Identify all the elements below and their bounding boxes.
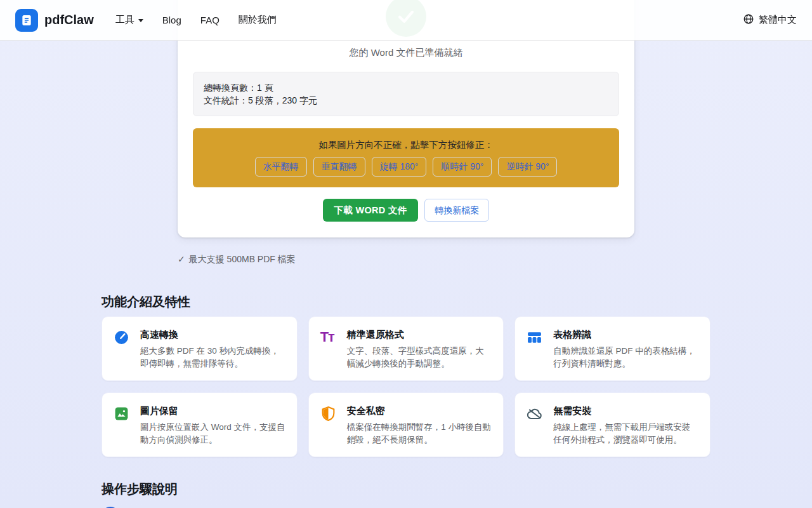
stats-pages-line: 總轉換頁數：1 頁 <box>204 81 608 94</box>
rotate-180-button[interactable]: 旋轉 180° <box>372 157 427 177</box>
feature-card-image-preserve: 圖片保留 圖片按原位置嵌入 Word 文件，支援自動方向偵測與修正。 <box>102 392 298 457</box>
feature-card-no-install: 無需安裝 純線上處理，無需下載用戶端或安裝任何外掛程式，瀏覽器即可使用。 <box>514 392 710 457</box>
main-nav: 工具 Blog FAQ 關於我們 <box>115 14 277 26</box>
orientation-notice-text: 如果圖片方向不正確，點擊下方按鈕修正： <box>203 138 609 151</box>
speedometer-icon <box>114 328 130 370</box>
features-grid: 高速轉換 絕大多數 PDF 在 30 秒內完成轉換，即傳即轉，無需排隊等待。 T… <box>102 316 710 457</box>
top-navbar: pdfClaw 工具 Blog FAQ 關於我們 繁體中文 <box>0 0 812 41</box>
chevron-down-icon <box>138 19 143 22</box>
check-icon: ✓ <box>178 253 185 265</box>
language-selector[interactable]: 繁體中文 <box>743 13 797 27</box>
brand-logo[interactable]: pdfClaw <box>15 9 94 32</box>
image-icon <box>114 404 130 446</box>
cloud-off-icon <box>527 404 543 446</box>
orientation-fix-banner: 如果圖片方向不正確，點擊下方按鈕修正： 水平翻轉 垂直翻轉 旋轉 180° 順時… <box>193 128 619 187</box>
result-actions-row: 下載 WORD 文件 轉換新檔案 <box>193 199 619 222</box>
shield-icon <box>320 404 337 446</box>
orientation-buttons-row: 水平翻轉 垂直翻轉 旋轉 180° 順時針 90° 逆時針 90° <box>203 157 609 177</box>
flip-horizontal-button[interactable]: 水平翻轉 <box>255 157 307 177</box>
text-format-icon: Tт <box>320 328 337 370</box>
nav-item-tools[interactable]: 工具 <box>115 14 143 26</box>
feature-desc: 文字、段落、字型樣式高度還原，大幅減少轉換後的手動調整。 <box>347 345 492 370</box>
table-icon <box>527 328 543 370</box>
feature-title: 無需安裝 <box>553 404 698 417</box>
conversion-stats-box: 總轉換頁數：1 頁 文件統計：5 段落，230 字元 <box>193 72 619 116</box>
feature-card-format-restore: Tт 精準還原格式 文字、段落、字型樣式高度還原，大幅減少轉換後的手動調整。 <box>308 316 504 381</box>
stats-document-line: 文件統計：5 段落，230 字元 <box>204 94 608 107</box>
result-ready-heading: 您的 Word 文件已準備就緒 <box>193 46 619 60</box>
convert-new-file-button[interactable]: 轉換新檔案 <box>424 199 489 222</box>
feature-desc: 純線上處理，無需下載用戶端或安裝任何外掛程式，瀏覽器即可使用。 <box>553 421 698 446</box>
feature-desc: 圖片按原位置嵌入 Word 文件，支援自動方向偵測與修正。 <box>140 421 285 446</box>
feature-title: 表格辨識 <box>553 328 698 341</box>
feature-desc: 檔案僅在轉換期間暫存，1 小時後自動銷毀，絕不長期保留。 <box>347 421 492 446</box>
main-content: 您的 Word 文件已準備就緒 總轉換頁數：1 頁 文件統計：5 段落，230 … <box>0 0 812 508</box>
feature-title: 安全私密 <box>347 404 492 417</box>
globe-icon <box>743 13 754 27</box>
features-section: 功能介紹及特性 高速轉換 絕大多數 PDF 在 30 秒內完成轉換，即傳即轉，無… <box>102 293 710 457</box>
steps-section: 操作步驟說明 1 上傳 PDF 將檔案拖曳到上傳區，或點擊「選擇檔案」按鈕選擇上… <box>102 480 710 508</box>
feature-desc: 絕大多數 PDF 在 30 秒內完成轉換，即傳即轉，無需排隊等待。 <box>140 345 285 370</box>
feature-desc: 自動辨識並還原 PDF 中的表格結構，行列資料清晰對應。 <box>553 345 698 370</box>
nav-item-about[interactable]: 關於我們 <box>239 14 277 26</box>
steps-section-title: 操作步驟說明 <box>102 480 710 498</box>
rotate-ccw-90-button[interactable]: 逆時針 90° <box>498 157 557 177</box>
feature-title: 精準還原格式 <box>347 328 492 341</box>
max-size-note-text: 最大支援 500MB PDF 檔案 <box>189 253 296 265</box>
pdf-document-icon <box>15 9 38 32</box>
nav-item-faq[interactable]: FAQ <box>200 15 219 25</box>
feature-card-fast-conversion: 高速轉換 絕大多數 PDF 在 30 秒內完成轉換，即傳即轉，無需排隊等待。 <box>102 316 298 381</box>
flip-vertical-button[interactable]: 垂直翻轉 <box>313 157 365 177</box>
nav-item-blog[interactable]: Blog <box>162 15 181 25</box>
feature-title: 圖片保留 <box>140 404 285 417</box>
download-word-button[interactable]: 下載 WORD 文件 <box>323 199 419 222</box>
max-size-note: ✓ 最大支援 500MB PDF 檔案 <box>178 253 634 265</box>
feature-card-security: 安全私密 檔案僅在轉換期間暫存，1 小時後自動銷毀，絕不長期保留。 <box>308 392 504 457</box>
features-section-title: 功能介紹及特性 <box>102 293 710 311</box>
feature-title: 高速轉換 <box>140 328 285 341</box>
feature-card-table-recognition: 表格辨識 自動辨識並還原 PDF 中的表格結構，行列資料清晰對應。 <box>514 316 710 381</box>
rotate-cw-90-button[interactable]: 順時針 90° <box>433 157 492 177</box>
brand-name: pdfClaw <box>44 13 94 27</box>
language-label: 繁體中文 <box>759 14 797 26</box>
